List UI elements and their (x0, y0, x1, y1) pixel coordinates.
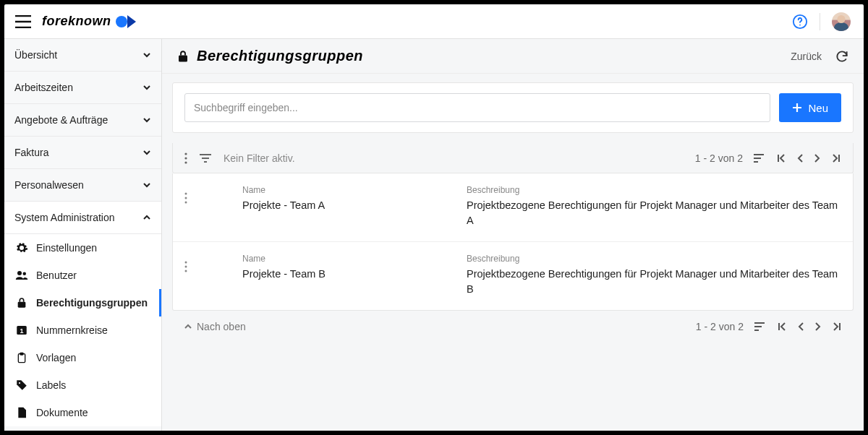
svg-point-2 (799, 24, 801, 25)
search-panel: Neu (172, 82, 854, 133)
plus-icon (792, 103, 802, 113)
sort-icon[interactable] (754, 322, 767, 332)
gear-icon (14, 241, 29, 254)
row-name: Projekte - Team B (242, 267, 452, 282)
page-last-icon[interactable] (832, 322, 842, 332)
svg-point-19 (185, 266, 187, 268)
svg-point-16 (185, 197, 187, 199)
page-next-icon[interactable] (814, 322, 822, 332)
sidebar: Übersicht Arbeitszeiten Angebote & Auftr… (4, 39, 162, 431)
chevron-up-icon (184, 322, 192, 331)
nav-item-label: Einstellungen (36, 242, 97, 254)
nav-item-berechtigungsgruppen[interactable]: Berechtigungsgruppen (4, 289, 161, 316)
refresh-icon[interactable] (835, 49, 849, 64)
svg-rect-9 (20, 353, 23, 355)
nav-item-label: Nummernkreise (36, 324, 108, 336)
clipboard-icon (14, 351, 29, 364)
nav-item-labels[interactable]: Labels (4, 371, 161, 399)
nav-group-label: Personalwesen (14, 179, 84, 191)
svg-point-4 (23, 272, 27, 276)
page-first-icon[interactable] (776, 153, 786, 163)
svg-point-14 (184, 161, 187, 163)
nav-item-dokumente[interactable]: Dokumente (4, 399, 161, 426)
document-icon (14, 406, 29, 419)
filter-icon[interactable] (199, 153, 212, 163)
page-last-icon[interactable] (831, 153, 841, 163)
page-first-icon[interactable] (777, 322, 787, 332)
page-prev-icon[interactable] (796, 153, 804, 163)
sort-icon[interactable] (753, 153, 766, 163)
col-name-label: Name (242, 254, 452, 264)
chevron-down-icon (142, 83, 151, 92)
new-button-label: Neu (808, 102, 828, 114)
new-button[interactable]: Neu (779, 93, 841, 122)
nav-item-nummernkreise[interactable]: 1 Nummernkreise (4, 316, 161, 344)
nav-group-personalwesen[interactable]: Personalwesen (4, 169, 161, 202)
svg-point-3 (17, 271, 22, 275)
nav-item-label: Berechtigungsgruppen (36, 297, 148, 309)
topbar-divider (820, 13, 820, 30)
nav-group-faktura[interactable]: Faktura (4, 137, 161, 169)
list-toolbar: Kein Filter aktiv. 1 - 2 von 2 (172, 143, 854, 173)
nav-group-sysadmin[interactable]: System Administration (4, 202, 161, 234)
row-desc: Projektbezogene Berechtigungen für Proje… (467, 198, 841, 228)
row-menu-icon[interactable] (184, 185, 199, 204)
row-desc: Projektbezogene Berechtigungen für Proje… (467, 267, 841, 297)
svg-point-10 (19, 382, 20, 384)
page-info: 1 - 2 von 2 (696, 321, 744, 332)
nav-item-label: Labels (36, 379, 66, 391)
list-footer: Nach oben 1 - 2 von 2 (172, 311, 854, 343)
user-avatar[interactable] (832, 12, 851, 31)
users-icon (14, 269, 29, 282)
nav-item-label: Vorlagen (36, 352, 76, 363)
page-next-icon[interactable] (814, 153, 821, 163)
svg-point-0 (116, 16, 127, 27)
page-info: 1 - 2 von 2 (695, 152, 743, 164)
col-desc-label: Beschreibung (467, 185, 841, 195)
svg-text:1: 1 (20, 327, 23, 335)
col-desc-label: Beschreibung (467, 254, 841, 264)
chevron-up-icon (142, 213, 151, 222)
page-prev-icon[interactable] (797, 322, 804, 332)
nav-item-label: Dokumente (36, 407, 88, 418)
search-input[interactable] (184, 93, 770, 122)
chevron-down-icon (142, 181, 151, 189)
chevron-down-icon (142, 116, 151, 124)
tag-icon (14, 379, 29, 392)
row-menu-icon[interactable] (184, 254, 199, 272)
svg-point-15 (185, 193, 187, 195)
help-icon[interactable] (792, 14, 808, 30)
more-vert-icon[interactable] (184, 152, 187, 164)
scroll-to-top[interactable]: Nach oben (184, 321, 246, 332)
row-name: Projekte - Team A (242, 198, 452, 213)
lock-icon (14, 296, 29, 309)
nav-item-einstellungen[interactable]: Einstellungen (4, 234, 161, 262)
nav-group-label: System Administration (14, 212, 115, 223)
nav-group-uebersicht[interactable]: Übersicht (4, 39, 161, 72)
svg-point-12 (184, 152, 187, 155)
brand-logo[interactable]: foreknown (42, 14, 132, 30)
to-top-label: Nach oben (197, 321, 246, 332)
nav-group-angebote[interactable]: Angebote & Aufträge (4, 104, 161, 137)
counter-icon: 1 (14, 324, 29, 337)
filter-status: Kein Filter aktiv. (224, 152, 295, 164)
nav-item-benutzer[interactable]: Benutzer (4, 262, 161, 289)
nav-group-label: Angebote & Aufträge (14, 114, 108, 126)
nav-group-arbeitszeiten[interactable]: Arbeitszeiten (4, 72, 161, 104)
table-row[interactable]: Name Projekte - Team A Beschreibung Proj… (173, 173, 853, 242)
back-button[interactable]: Zurück (791, 51, 822, 62)
nav-group-label: Faktura (14, 147, 48, 158)
menu-toggle[interactable] (13, 12, 33, 32)
topbar: foreknown (4, 4, 864, 39)
page-title: Berechtigungsgruppen (197, 48, 363, 64)
brand-name: foreknown (42, 14, 111, 29)
nav-item-vorlagen[interactable]: Vorlagen (4, 344, 161, 371)
chevron-down-icon (142, 148, 151, 157)
svg-point-18 (185, 262, 187, 264)
results-list: Name Projekte - Team A Beschreibung Proj… (172, 173, 854, 311)
svg-rect-11 (179, 55, 187, 61)
svg-point-13 (184, 157, 187, 159)
col-name-label: Name (242, 185, 452, 195)
svg-point-17 (185, 202, 187, 204)
table-row[interactable]: Name Projekte - Team B Beschreibung Proj… (173, 242, 853, 310)
